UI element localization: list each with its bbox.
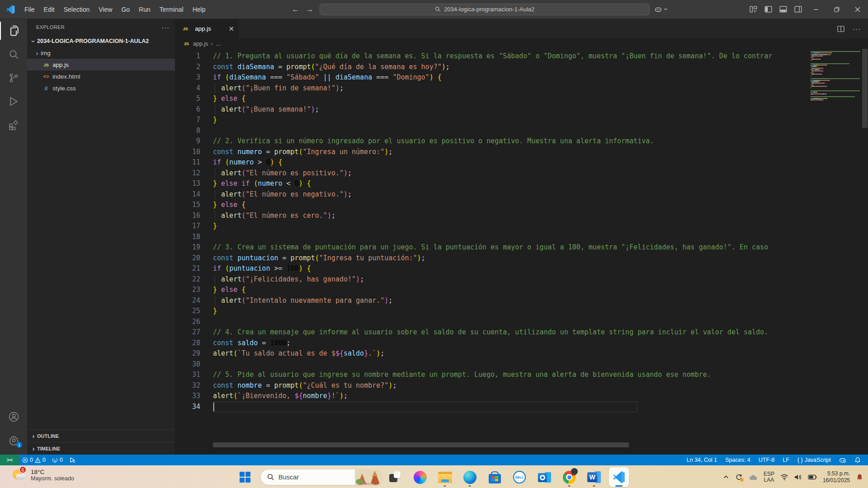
ports-indicator[interactable]: 0 [49,455,66,465]
language-indicator[interactable]: ESPLAA [764,471,774,483]
activity-explorer-icon[interactable] [0,19,27,42]
copilot-button[interactable] [654,5,668,14]
code-line-24[interactable]: 24 alert("Intentalo nuevamente para gana… [175,296,808,306]
battery-icon[interactable] [808,474,817,480]
activity-source-control-icon[interactable] [0,66,27,89]
menu-file[interactable]: File [20,3,39,16]
editor-more-actions-icon[interactable]: ··· [853,25,861,33]
tree-item-index-html[interactable]: <>index.html [27,70,175,82]
code-line-14[interactable]: 14 alert("El número es negativo."); [175,189,808,200]
code-line-16[interactable]: 16 alert("El número es cero."); [175,211,808,221]
code-line-18[interactable]: 18 [175,232,808,243]
code-line-34[interactable]: 34 [175,402,808,413]
weather-widget[interactable]: 6 18°C Mayorm. soleado [13,468,74,482]
code-line-23[interactable]: 23} else { [175,285,808,296]
code-line-1[interactable]: 1// 1. Pregunta al usuario qué día de la… [175,51,808,62]
tray-overflow-chevron-icon[interactable] [723,474,729,480]
tab-close-icon[interactable]: ✕ [228,25,234,33]
code-line-25[interactable]: 25} [175,306,808,317]
code-line-28[interactable]: 28const saldo = 1000; [175,338,808,349]
menu-selection[interactable]: Selection [59,3,94,16]
menu-edit[interactable]: Edit [39,3,59,16]
code-line-21[interactable]: 21if (puntuacion >= 100) { [175,263,808,274]
code-line-29[interactable]: 29alert(`Tu saldo actual es de $${saldo}… [175,348,808,359]
taskbar-vscode-icon[interactable] [609,467,629,487]
activity-search-icon[interactable] [0,42,27,66]
taskbar-outlook-icon[interactable] [534,467,554,487]
search-highlight-image[interactable] [355,469,383,485]
taskbar-store-icon[interactable] [485,467,505,487]
toggle-secondary-sidebar-icon[interactable] [794,5,802,13]
command-center-search[interactable]: 2034-logica-programacion-1-Aula2 [320,4,650,15]
wifi-icon[interactable] [780,474,788,480]
menu-run[interactable]: Run [134,3,155,16]
activity-settings-icon[interactable]: 1 [0,428,27,452]
code-line-19[interactable]: 19// 3. Crea un sistema de puntuación pa… [175,242,808,253]
notifications[interactable] [852,455,863,465]
nav-back-icon[interactable]: ← [292,5,299,14]
restore-button[interactable] [826,0,847,19]
code-line-31[interactable]: 31// 5. Pide al usuario que ingrese su n… [175,370,808,380]
remote-indicator[interactable]: >< [0,455,19,465]
taskbar-file-explorer-icon[interactable] [435,467,455,487]
code-line-30[interactable]: 30 [175,359,808,370]
code-line-22[interactable]: 22 alert("¡Felicidades, has ganado!"); [175,274,808,285]
taskbar-chrome-icon[interactable] [559,467,579,487]
vertical-scrollbar[interactable] [862,49,868,455]
taskbar-edge-icon[interactable] [460,467,480,487]
language-mode[interactable]: { }JavaScript [795,455,834,465]
toggle-panel-icon[interactable] [779,5,787,13]
code-line-2[interactable]: 2const diaSemana = prompt("¿Qué día de l… [175,62,808,73]
menu-terminal[interactable]: Terminal [155,3,188,16]
indentation[interactable]: Spaces: 4 [722,455,753,465]
code-editor[interactable]: 1// 1. Pregunta al usuario qué día de la… [175,49,868,455]
customize-layout-icon[interactable] [750,5,757,13]
code-line-33[interactable]: 33alert(`¡Bienvenido, ${nombre}!`); [175,391,808,402]
activity-account-icon[interactable] [0,405,27,428]
code-line-17[interactable]: 17} [175,221,808,232]
breadcrumb-more[interactable]: … [216,41,222,47]
code-line-12[interactable]: 12 alert("El número es positivo."); [175,168,808,179]
code-line-15[interactable]: 15} else { [175,200,808,211]
code-line-7[interactable]: 7} [175,115,808,126]
tree-item-style-css[interactable]: #style.css [27,82,175,94]
code-line-13[interactable]: 13} else if (numero < 0) { [175,178,808,189]
code-line-20[interactable]: 20const puntuacion = prompt("Ingresa tu … [175,253,808,264]
code-line-3[interactable]: 3if (diaSemana === "Sábado" || diaSemana… [175,72,808,83]
code-line-9[interactable]: 9// 2. Verifica si un número ingresado p… [175,136,808,147]
minimap[interactable] [811,51,861,103]
nav-forward-icon[interactable]: → [306,5,313,14]
onedrive-cloud-icon[interactable] [749,474,758,480]
code-line-32[interactable]: 32const nombre = prompt("¿Cuál es tu nom… [175,380,808,391]
problems-indicator[interactable]: 0 0 [19,455,49,465]
clock[interactable]: 5:53 p.m.16/01/2025 [823,470,850,484]
explorer-more-actions-icon[interactable]: ··· [161,23,170,31]
section-outline[interactable]: ›OUTLINE [27,429,175,442]
menu-help[interactable]: Help [188,3,210,16]
notification-bell-icon[interactable] [856,474,863,481]
start-button[interactable] [240,472,250,483]
code-line-27[interactable]: 27// 4. Crea un mensaje que informe al u… [175,327,808,338]
taskbar-dell-icon[interactable]: DELL [509,467,529,487]
debug-indicator[interactable] [66,455,79,465]
split-editor-icon[interactable] [837,25,844,33]
tree-item-img[interactable]: ›img [27,47,175,59]
activity-run-debug-icon[interactable] [0,89,27,113]
code-line-5[interactable]: 5} else { [175,94,808,104]
code-line-10[interactable]: 10const numero = prompt("Ingresa un núme… [175,147,808,158]
menu-go[interactable]: Go [117,3,134,16]
eol-sequence[interactable]: LF [780,455,792,465]
taskbar-task-view-icon[interactable] [385,467,405,487]
encoding[interactable]: UTF-8 [756,455,777,465]
code-line-11[interactable]: 11if (numero > 0) { [175,157,808,168]
tree-root-folder[interactable]: ›2034-LOGICA-PROGRAMACION-1-AULA2 [27,35,175,47]
code-line-8[interactable]: 8 [175,126,808,136]
minimize-button[interactable] [806,0,826,19]
breadcrumb-file[interactable]: app.js [193,41,208,47]
copilot-status[interactable] [836,455,849,465]
taskbar-search[interactable]: Buscar [260,469,383,485]
activity-extensions-icon[interactable] [0,113,27,136]
code-line-6[interactable]: 6 alert("¡Buena semana!"); [175,104,808,115]
tab-appjs[interactable]: JS app.js ✕ [175,19,239,38]
tree-item-app-js[interactable]: JSapp.js [27,59,175,70]
